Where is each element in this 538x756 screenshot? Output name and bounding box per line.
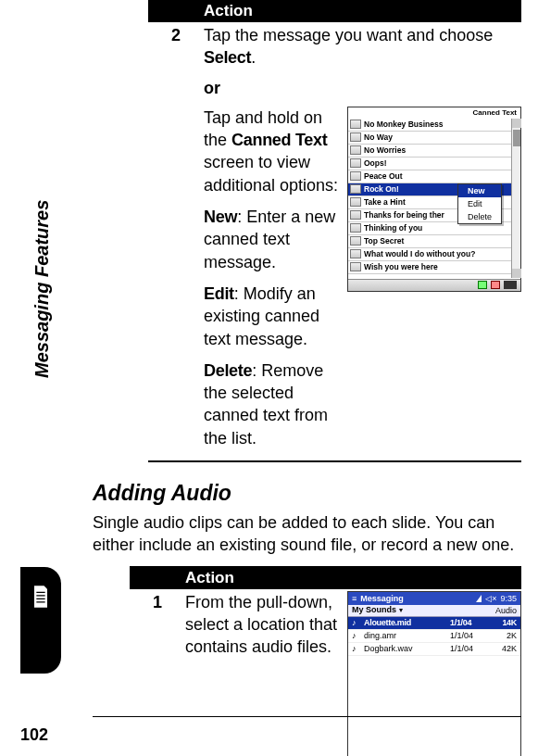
music-note-icon: ♪ [352,630,361,641]
canned-list-label: Take a Hint [364,197,406,208]
canned-text-key: Canned Text [231,131,327,149]
audio-titlebar: ≡ Messaging ◁× 9:35 [348,592,520,605]
app-menu-icon[interactable]: ≡ [352,593,357,604]
canned-list-label: No Way [364,132,393,143]
dropdown-label: My Sounds [352,605,396,614]
section-heading-adding-audio: Adding Audio [93,481,521,506]
canned-list-label: No Worries [364,145,406,156]
ok-icon[interactable] [478,281,487,289]
step-2-body: Tap the message you want and choose Sele… [204,24,521,449]
section-paragraph: Single audio clips can be added to each … [93,511,521,557]
signal-icon [476,595,482,602]
action-header-2: Action [130,567,521,589]
bubble-icon [350,132,361,142]
scroll-down-icon[interactable] [512,269,521,278]
page-number: 102 [20,725,48,745]
chapter-tab [20,567,61,674]
bubble-icon [350,120,361,129]
step2-dot: . [251,48,256,67]
chevron-down-icon: ▾ [399,606,403,614]
step2-text-a: Tap the message you want and choose [204,26,493,44]
bubble-icon [350,210,361,220]
bubble-icon [350,249,361,258]
bubble-icon [350,236,361,246]
audio-size: 14K [491,617,517,628]
canned-list-label: Thinking of you [364,223,422,233]
canned-list-item[interactable]: Peace Out [348,170,511,183]
side-tab-label: Messaging Features [31,200,53,378]
context-menu-item[interactable]: New [458,184,501,197]
canned-list-label: What would I do without you? [364,249,475,259]
context-menu[interactable]: NewEditDelete [457,183,502,224]
bubble-icon [350,223,361,233]
context-menu-item[interactable]: Delete [458,210,501,223]
audio-location-dropdown[interactable]: My Sounds ▾ Audio [348,605,520,617]
canned-list-item[interactable]: Top Secret [348,235,511,248]
speaker-icon: ◁× [485,593,496,604]
audio-date: 1/1/04 [450,643,491,654]
step-number-2: 2 [148,24,204,449]
bubble-icon [350,197,361,207]
canned-list-label: Top Secret [364,236,404,246]
canned-list-label: No Monkey Business [364,120,444,130]
opt-new-key: New [204,208,237,226]
bubble-icon [350,158,361,168]
audio-screenshot: ≡ Messaging ◁× 9:35 [347,591,521,756]
bubble-icon [350,171,361,181]
context-menu-item[interactable]: Edit [458,197,501,210]
audio-size: 2K [491,630,517,641]
audio-clock: 9:35 [500,593,517,604]
canned-text-screenshot: Canned Text No Monkey BusinessNo WayNo W… [347,107,521,292]
audio-size: 42K [491,643,517,654]
step1-text: From the pull-down, select a location th… [185,591,340,756]
step-number-1: 1 [130,591,185,756]
canned-list-item[interactable]: What would I do without you? [348,248,511,261]
canned-list-item[interactable]: No Worries [348,145,511,158]
audio-app-title: Messaging [360,593,404,604]
canned-list-item[interactable]: Wish you were here [348,261,511,274]
audio-file-row[interactable]: ♪ding.amr1/1/042K [348,630,520,643]
scroll-up-icon[interactable] [512,119,521,128]
table-rule-1 [148,460,521,462]
music-note-icon: ♪ [352,643,361,654]
canned-list-label: Oops! [364,158,387,169]
bubble-icon [350,145,361,155]
audio-file-list[interactable]: ♪Alouette.mid1/1/0414K♪ding.amr1/1/042K♪… [348,617,520,756]
hold-b: screen to view additional options: [204,153,338,194]
audio-filename: Alouette.mid [364,617,450,628]
scrollbar[interactable] [511,119,520,278]
cancel-icon[interactable] [491,281,500,289]
select-key: Select [204,48,251,67]
canned-list-item[interactable]: No Way [348,132,511,145]
audio-filename: Dogbark.wav [364,643,450,654]
audio-date: 1/1/04 [450,630,491,641]
audio-file-row[interactable]: ♪Alouette.mid1/1/0414K [348,617,520,630]
canned-list-item[interactable]: Oops! [348,158,511,170]
page-bottom-rule [93,716,521,717]
opt-edit-key: Edit [204,284,234,303]
action-header-1: Action [148,0,521,22]
opt-delete-key: Delete [204,361,252,380]
canned-list-label: Rock On! [364,184,399,195]
canned-list-item[interactable]: No Monkey Business [348,119,511,132]
keyboard-icon[interactable] [504,281,517,289]
audio-date: 1/1/04 [450,617,491,628]
bubble-icon [350,262,361,271]
dropdown-right-label: Audio [495,605,517,616]
canned-list-label: Peace Out [364,171,403,182]
canned-list-label: Thanks for being ther [364,210,444,220]
canned-bottombar [348,279,520,291]
document-icon [28,584,54,610]
scroll-thumb[interactable] [513,130,520,146]
audio-file-row[interactable]: ♪Dogbark.wav1/1/0442K [348,643,520,656]
canned-list-label: Wish you were here [364,262,438,272]
audio-filename: ding.amr [364,630,450,641]
step2-or: or [204,77,521,99]
music-note-icon: ♪ [352,617,361,628]
bubble-icon [350,184,361,194]
